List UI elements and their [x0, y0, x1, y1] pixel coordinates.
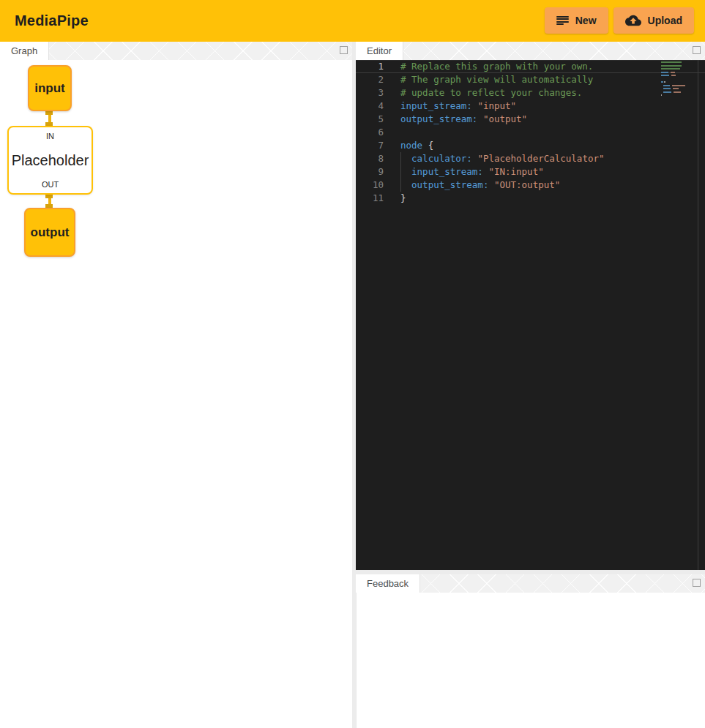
minimap-line [661, 85, 698, 87]
minimap-line [661, 68, 698, 70]
app-header: MediaPipe New Upload [0, 0, 705, 42]
upload-button[interactable]: Upload [613, 7, 694, 34]
node-placeholder-label: Placeholder [9, 152, 92, 169]
line-number: 5 [356, 113, 384, 126]
code-text: # Replace this graph with your own. [384, 60, 593, 73]
code-line-2[interactable]: 2# The graph view will automatically [356, 73, 705, 86]
node-input-stream[interactable]: input [28, 65, 72, 111]
code-text: input_stream: "IN:input" [384, 165, 544, 179]
code-line-8[interactable]: 8 calculator: "PlaceholderCalculator" [356, 152, 705, 165]
in-port-label: IN [9, 132, 92, 140]
line-number: 8 [356, 152, 384, 165]
minimap-line [661, 94, 698, 97]
code-line-4[interactable]: 4input_stream: "input" [356, 100, 705, 113]
line-number: 10 [356, 179, 384, 192]
line-number: 6 [356, 126, 384, 139]
tab-graph-label: Graph [11, 45, 37, 56]
editor-minimap[interactable] [661, 61, 698, 98]
overview-ruler [698, 60, 698, 570]
code-text: output_stream: "OUT:output" [384, 179, 560, 192]
code-line-1[interactable]: 1# Replace this graph with your own. [356, 60, 705, 73]
code-line-10[interactable]: 10 output_stream: "OUT:output" [356, 179, 705, 192]
code-editor[interactable]: 1# Replace this graph with your own.2# T… [356, 60, 705, 570]
line-number: 7 [356, 139, 384, 152]
code-lines: 1# Replace this graph with your own.2# T… [356, 60, 705, 205]
tab-graph[interactable]: Graph [0, 42, 49, 60]
minimap-line [661, 75, 698, 77]
editor-panel: Editor 1# Replace this graph with your o… [356, 42, 705, 570]
tab-editor-label: Editor [367, 45, 392, 56]
minimap-line [661, 91, 698, 94]
code-line-9[interactable]: 9 input_stream: "IN:input" [356, 165, 705, 179]
upload-button-label: Upload [648, 15, 682, 26]
code-text: node { [384, 139, 433, 152]
maximise-icon[interactable] [340, 46, 348, 54]
line-number: 2 [356, 73, 384, 86]
maximise-icon[interactable] [693, 46, 701, 54]
line-number: 1 [356, 60, 384, 73]
node-placeholder-calculator[interactable]: IN Placeholder OUT [7, 126, 93, 195]
code-text [384, 126, 400, 139]
minimap-line [661, 61, 698, 64]
minimap-line [661, 72, 698, 74]
node-input-label: input [34, 81, 65, 96]
mediapipe-visualizer: MediaPipe New Upload Graph [0, 0, 705, 728]
tab-feedback-label: Feedback [367, 578, 409, 589]
code-line-7[interactable]: 7node { [356, 139, 705, 152]
maximise-icon[interactable] [693, 579, 701, 587]
editor-tabbar: Editor [356, 42, 705, 60]
line-number: 9 [356, 165, 384, 179]
minimap-line [661, 81, 698, 83]
feedback-panel: Feedback [356, 574, 705, 728]
tab-editor[interactable]: Editor [356, 42, 403, 60]
app-title: MediaPipe [15, 12, 89, 29]
code-text: } [384, 192, 406, 205]
code-text: # The graph view will automatically [384, 73, 593, 86]
code-line-3[interactable]: 3# update to reflect your changes. [356, 86, 705, 100]
graph-canvas[interactable]: input IN Placeholder OUT output [0, 60, 352, 728]
line-number: 3 [356, 86, 384, 100]
line-number: 11 [356, 192, 384, 205]
code-text: output_stream: "output" [384, 113, 527, 126]
feedback-content [356, 593, 705, 728]
node-output-stream[interactable]: output [24, 208, 75, 257]
feedback-tabbar: Feedback [356, 574, 705, 593]
minimap-line [661, 78, 698, 80]
code-line-11[interactable]: 11} [356, 192, 705, 205]
graph-panel: Graph input IN Placeholder OUT output [0, 42, 352, 728]
header-buttons: New Upload [545, 7, 694, 34]
minimap-line [661, 88, 698, 90]
node-output-label: output [31, 225, 70, 240]
code-line-6[interactable]: 6 [356, 126, 705, 139]
minimap-line [661, 65, 698, 67]
new-button[interactable]: New [545, 7, 608, 34]
tab-feedback[interactable]: Feedback [356, 574, 420, 593]
line-number: 4 [356, 100, 384, 113]
graph-tabbar: Graph [0, 42, 352, 60]
new-button-label: New [575, 15, 597, 26]
cloud-upload-icon [625, 12, 641, 29]
code-line-5[interactable]: 5output_stream: "output" [356, 113, 705, 126]
new-doc-icon [556, 16, 569, 26]
code-text: # update to reflect your changes. [384, 86, 582, 100]
out-port-label: OUT [9, 180, 92, 189]
code-text: input_stream: "input" [384, 100, 516, 113]
code-text: calculator: "PlaceholderCalculator" [384, 152, 604, 165]
